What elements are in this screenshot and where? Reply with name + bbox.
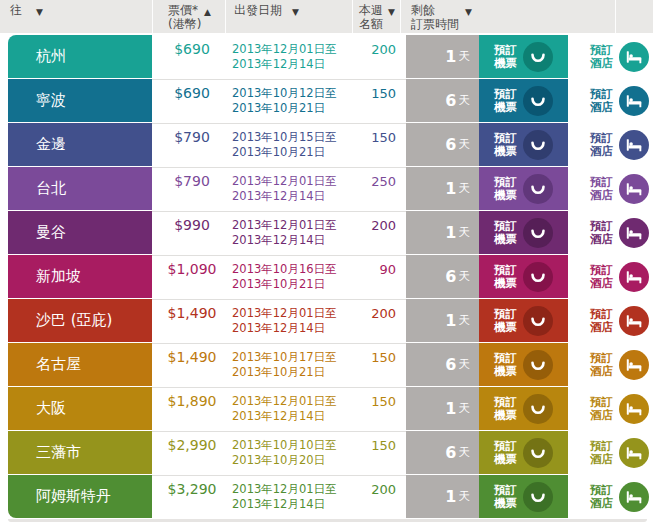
book-hotel-button[interactable]: 預訂 酒店	[568, 431, 653, 474]
destination-cell[interactable]: 三藩市	[8, 431, 152, 474]
row-details: $1,890 2013年12月01日至 2013年12月14日 150	[152, 387, 406, 430]
remaining-days-unit: 天	[459, 357, 471, 372]
destination-cell[interactable]: 新加坡	[8, 255, 152, 298]
column-header-price[interactable]: 票價* ▲ (港幣)	[152, 0, 225, 33]
quota-cell: 200	[362, 306, 406, 336]
book-hotel-button[interactable]: 預訂 酒店	[568, 387, 653, 430]
table-row: 大阪 $1,890 2013年12月01日至 2013年12月14日 150 1…	[0, 387, 653, 430]
book-flight-label-line2: 機票	[494, 189, 517, 202]
book-hotel-label: 預訂 酒店	[590, 440, 613, 466]
destination-cell[interactable]: 沙巴 (亞庇)	[8, 299, 152, 342]
quota-cell: 150	[362, 438, 406, 468]
book-hotel-label: 預訂 酒店	[590, 308, 613, 334]
destination-cell[interactable]: 寧波	[8, 79, 152, 122]
book-flight-button[interactable]: 預訂 機票	[479, 387, 568, 430]
quota-cell: 150	[362, 350, 406, 380]
book-flight-label: 預訂 機票	[494, 44, 517, 70]
book-hotel-button[interactable]: 預訂 酒店	[568, 35, 653, 78]
book-flight-button[interactable]: 預訂 機票	[479, 255, 568, 298]
date-to: 2013年12月14日	[232, 189, 362, 204]
book-flight-label-line1: 預訂	[494, 396, 517, 409]
book-flight-label: 預訂 機票	[494, 220, 517, 246]
bed-icon	[619, 350, 649, 380]
book-hotel-label: 預訂 酒店	[590, 264, 613, 290]
book-hotel-button[interactable]: 預訂 酒店	[568, 79, 653, 122]
column-header-departure[interactable]: 出發日期 ▼	[225, 0, 352, 33]
sort-desc-icon[interactable]: ▼	[292, 5, 299, 35]
book-flight-button[interactable]: 預訂 機票	[479, 431, 568, 474]
price-cell: $690	[152, 42, 232, 72]
book-hotel-button[interactable]: 預訂 酒店	[568, 475, 653, 518]
book-hotel-label-line2: 酒店	[590, 497, 613, 510]
quota-cell: 150	[362, 394, 406, 424]
quota-cell: 200	[362, 218, 406, 248]
book-hotel-label: 預訂 酒店	[590, 132, 613, 158]
destination-cell[interactable]: 金邊	[8, 123, 152, 166]
book-flight-button[interactable]: 預訂 機票	[479, 343, 568, 386]
smile-arc-icon	[523, 394, 553, 424]
book-hotel-label-line2: 酒店	[590, 233, 613, 246]
book-flight-label: 預訂 機票	[494, 264, 517, 290]
column-header-quota[interactable]: 本週 ▼ 名額	[352, 0, 400, 33]
column-header-destination[interactable]: 往 ▼	[0, 0, 152, 33]
book-hotel-label-line2: 酒店	[590, 145, 613, 158]
destination-cell[interactable]: 名古屋	[8, 343, 152, 386]
dates-cell: 2013年10月10日至 2013年10月20日	[232, 438, 362, 468]
quota-cell: 200	[362, 482, 406, 512]
book-hotel-label-line2: 酒店	[590, 365, 613, 378]
book-flight-label-line1: 預訂	[494, 220, 517, 233]
book-hotel-button[interactable]: 預訂 酒店	[568, 343, 653, 386]
price-cell: $790	[152, 174, 232, 204]
sort-desc-icon[interactable]: ▼	[465, 5, 472, 19]
book-flight-label-line2: 機票	[494, 233, 517, 246]
sort-asc-icon[interactable]: ▲	[204, 5, 211, 19]
remaining-days-cell: 1 天	[406, 299, 479, 342]
bed-icon	[619, 174, 649, 204]
book-flight-button[interactable]: 預訂 機票	[479, 123, 568, 166]
remaining-days-cell: 1 天	[406, 475, 479, 518]
destination-cell[interactable]: 杭州	[8, 35, 152, 78]
book-flight-label-line2: 機票	[494, 101, 517, 114]
remaining-days-cell: 6 天	[406, 431, 479, 474]
destination-cell[interactable]: 曼谷	[8, 211, 152, 254]
destination-cell[interactable]: 台北	[8, 167, 152, 210]
date-to: 2013年10月21日	[232, 277, 362, 292]
table-row: 寧波 $690 2013年10月12日至 2013年10月21日 150 6 天…	[0, 79, 653, 122]
book-flight-button[interactable]: 預訂 機票	[479, 35, 568, 78]
book-hotel-button[interactable]: 預訂 酒店	[568, 211, 653, 254]
table-row: 阿姆斯特丹 $3,290 2013年12月01日至 2013年12月14日 20…	[0, 475, 653, 518]
book-hotel-label: 預訂 酒店	[590, 484, 613, 510]
bed-icon	[619, 306, 649, 336]
remaining-days-number: 6	[445, 91, 456, 110]
book-hotel-label: 預訂 酒店	[590, 396, 613, 422]
smile-arc-icon	[523, 438, 553, 468]
remaining-days-number: 6	[445, 443, 456, 462]
column-label-departure: 出發日期	[234, 3, 282, 33]
sort-desc-icon[interactable]: ▼	[388, 5, 395, 19]
book-hotel-label-line1: 預訂	[590, 308, 613, 321]
date-from: 2013年10月17日至	[232, 350, 362, 365]
book-flight-label: 預訂 機票	[494, 308, 517, 334]
book-hotel-button[interactable]: 預訂 酒店	[568, 299, 653, 342]
book-flight-label: 預訂 機票	[494, 88, 517, 114]
book-hotel-button[interactable]: 預訂 酒店	[568, 255, 653, 298]
destination-cell[interactable]: 阿姆斯特丹	[8, 475, 152, 518]
book-flight-button[interactable]: 預訂 機票	[479, 475, 568, 518]
sort-desc-icon[interactable]: ▼	[36, 5, 43, 19]
book-flight-button[interactable]: 預訂 機票	[479, 299, 568, 342]
book-flight-label-line2: 機票	[494, 497, 517, 510]
book-flight-label-line1: 預訂	[494, 308, 517, 321]
smile-arc-icon	[523, 306, 553, 336]
book-flight-label: 預訂 機票	[494, 176, 517, 202]
remaining-days-number: 1	[445, 487, 456, 506]
column-header-remaining-time[interactable]: 剩餘 ▼ 訂票時間	[400, 0, 615, 33]
destination-cell[interactable]: 大阪	[8, 387, 152, 430]
book-hotel-button[interactable]: 預訂 酒店	[568, 123, 653, 166]
book-hotel-button[interactable]: 預訂 酒店	[568, 167, 653, 210]
book-flight-button[interactable]: 預訂 機票	[479, 167, 568, 210]
book-flight-button[interactable]: 預訂 機票	[479, 79, 568, 122]
book-flight-button[interactable]: 預訂 機票	[479, 211, 568, 254]
remaining-days-unit: 天	[459, 489, 471, 504]
date-from: 2013年12月01日至	[232, 218, 362, 233]
dates-cell: 2013年10月15日至 2013年10月21日	[232, 130, 362, 160]
